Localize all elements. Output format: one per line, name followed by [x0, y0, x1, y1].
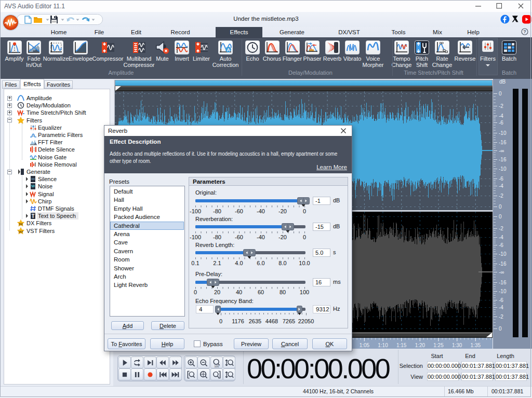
svg-text:1:05: 1:05	[360, 342, 370, 348]
svg-text:VST: VST	[19, 231, 23, 234]
svg-text:-∞: -∞	[499, 148, 504, 154]
svg-text:dB: dB	[499, 79, 506, 85]
svg-text:-10: -10	[499, 130, 507, 136]
svg-text:1:20: 1:20	[415, 342, 425, 348]
svg-text:-10: -10	[499, 251, 507, 257]
svg-text:-16: -16	[499, 157, 507, 162]
svg-text:?: ?	[523, 29, 526, 34]
svg-text:0: 0	[499, 204, 502, 210]
svg-text:-4: -4	[499, 305, 503, 310]
svg-text:-10: -10	[499, 289, 507, 294]
svg-text:1:10: 1:10	[378, 342, 388, 348]
svg-text:1:30: 1:30	[452, 342, 462, 348]
svg-text:-10: -10	[499, 166, 507, 172]
svg-text:-2: -2	[499, 314, 503, 320]
svg-text:-∞: -∞	[499, 269, 504, 275]
svg-text:-4: -4	[499, 183, 503, 189]
svg-text:A: A	[227, 47, 230, 52]
svg-text:1:15: 1:15	[396, 342, 407, 348]
svg-text:0: 0	[499, 91, 502, 97]
svg-text:0: 0	[499, 214, 502, 219]
svg-text:-2: -2	[499, 193, 503, 199]
svg-text:A: A	[34, 142, 37, 145]
svg-text:1:25: 1:25	[433, 342, 444, 348]
svg-text:-4: -4	[499, 113, 503, 119]
svg-text:DX: DX	[19, 223, 23, 226]
svg-text:-6: -6	[499, 120, 503, 126]
svg-text:1:35: 1:35	[471, 342, 481, 348]
svg-text:-6: -6	[499, 176, 503, 182]
svg-text:T: T	[31, 213, 34, 219]
svg-text:-16: -16	[499, 280, 507, 285]
svg-text:-16: -16	[499, 140, 507, 145]
svg-text:0: 0	[499, 326, 502, 332]
svg-text:-6: -6	[499, 242, 503, 248]
svg-text:-16: -16	[499, 261, 507, 267]
svg-text:-2: -2	[499, 226, 503, 231]
svg-text:-6: -6	[499, 297, 503, 303]
svg-text:100: 100	[215, 365, 219, 368]
svg-text:-4: -4	[499, 235, 503, 240]
svg-text:-2: -2	[499, 103, 503, 109]
